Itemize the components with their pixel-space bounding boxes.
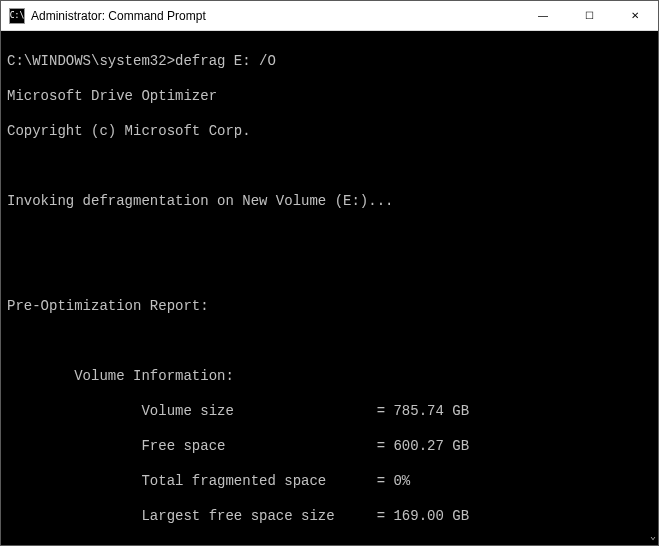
window-title: Administrator: Command Prompt bbox=[31, 9, 206, 23]
value: 785.74 GB bbox=[393, 403, 469, 419]
pre-free-space: Free space = 600.27 GB bbox=[7, 438, 652, 456]
copyright-line: Copyright (c) Microsoft Corp. bbox=[7, 123, 652, 141]
label: Total fragmented space = bbox=[7, 473, 393, 489]
vol-info-header: Volume Information: bbox=[7, 368, 652, 386]
label: Largest free space size = bbox=[7, 508, 393, 524]
value: 600.27 GB bbox=[393, 438, 469, 454]
close-button[interactable]: ✕ bbox=[612, 1, 658, 31]
cmd-icon: C:\ bbox=[9, 8, 25, 24]
pre-largest-free: Largest free space size = 169.00 GB bbox=[7, 508, 652, 526]
label: Free space = bbox=[7, 438, 393, 454]
invoking-line: Invoking defragmentation on New Volume (… bbox=[7, 193, 652, 211]
scroll-down-icon[interactable]: ⌄ bbox=[650, 531, 656, 544]
app-name-line: Microsoft Drive Optimizer bbox=[7, 88, 652, 106]
maximize-button[interactable]: ☐ bbox=[566, 1, 612, 31]
vol-info-header-text: Volume Information: bbox=[74, 368, 234, 384]
blank-line bbox=[7, 333, 652, 351]
blank-line bbox=[7, 263, 652, 281]
blank-line bbox=[7, 228, 652, 246]
prompt-line: C:\WINDOWS\system32>defrag E: /O bbox=[7, 53, 652, 71]
titlebar[interactable]: C:\ Administrator: Command Prompt — ☐ ✕ bbox=[1, 1, 658, 31]
value: 169.00 GB bbox=[393, 508, 469, 524]
minimize-button[interactable]: — bbox=[520, 1, 566, 31]
pre-report-header: Pre-Optimization Report: bbox=[7, 298, 652, 316]
pre-total-frag: Total fragmented space = 0% bbox=[7, 473, 652, 491]
value: 0% bbox=[393, 473, 410, 489]
prompt-text: C:\WINDOWS\system32> bbox=[7, 53, 175, 69]
blank-line bbox=[7, 158, 652, 176]
label: Volume size = bbox=[7, 403, 393, 419]
blank-line bbox=[7, 543, 652, 546]
pre-volume-size: Volume size = 785.74 GB bbox=[7, 403, 652, 421]
command-text: defrag E: /O bbox=[175, 53, 276, 69]
console-area[interactable]: C:\WINDOWS\system32>defrag E: /O Microso… bbox=[1, 31, 658, 545]
command-prompt-window: C:\ Administrator: Command Prompt — ☐ ✕ … bbox=[0, 0, 659, 546]
